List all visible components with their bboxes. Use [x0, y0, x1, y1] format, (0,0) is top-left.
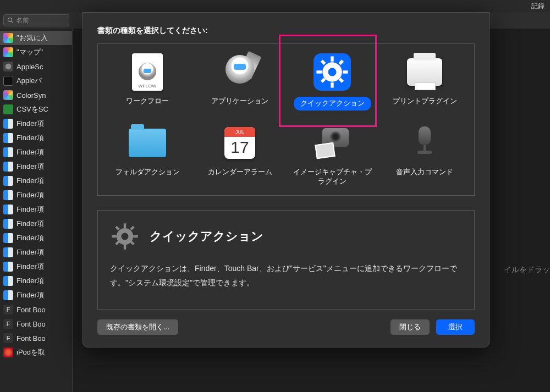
sidebar-item-icon — [3, 104, 13, 114]
type-label: カレンダーアラーム — [208, 168, 272, 177]
sidebar-item[interactable]: Finder項 — [0, 117, 72, 131]
type-label: イメージキャプチャ・プラグイン — [291, 168, 373, 186]
sidebar-item-icon — [3, 205, 13, 214]
sidebar-item-icon: F — [3, 319, 13, 329]
svg-rect-3 — [316, 70, 322, 73]
sidebar-item-icon: F — [3, 333, 13, 343]
menubar: 記録 — [0, 0, 550, 12]
sidebar-item[interactable]: Finder項 — [0, 174, 72, 188]
svg-point-19 — [122, 233, 129, 240]
sidebar-item[interactable]: Finder項 — [0, 202, 72, 217]
sidebar-item[interactable]: Finder項 — [0, 131, 72, 145]
sidebar-item-icon — [3, 262, 13, 272]
close-button[interactable]: 閉じる — [391, 319, 430, 335]
type-quickaction[interactable]: クイックアクション — [288, 53, 376, 111]
svg-rect-2 — [331, 82, 333, 88]
sidebar-item[interactable]: ColorSyn — [0, 88, 72, 102]
application-icon — [221, 53, 259, 91]
svg-rect-5 — [321, 60, 326, 65]
svg-rect-1 — [331, 56, 333, 62]
type-printplugin[interactable]: プリントプラグイン — [381, 53, 469, 111]
search-input[interactable]: 名前 — [3, 14, 69, 26]
svg-rect-7 — [339, 60, 344, 65]
sidebar-item-label: Appleパ — [16, 76, 42, 86]
sidebar-item[interactable]: iPodを取 — [0, 345, 72, 360]
sidebar: "お気に入"マップ"AppleScAppleパColorSynCSVをSCFin… — [0, 29, 73, 392]
type-label: プリントプラグイン — [393, 97, 457, 106]
sidebar-item[interactable]: FFont Boo — [0, 317, 72, 331]
sidebar-item-icon — [3, 62, 13, 71]
sidebar-item[interactable]: Finder項 — [0, 145, 72, 159]
sidebar-item-label: Finder項 — [16, 176, 44, 186]
sidebar-item[interactable]: Finder項 — [0, 159, 72, 174]
svg-rect-11 — [124, 223, 126, 228]
sidebar-item-label: iPodを取 — [16, 347, 45, 357]
sidebar-item-label: Font Boo — [16, 306, 46, 314]
sidebar-item[interactable]: Finder項 — [0, 245, 72, 260]
sidebar-item-label: Finder項 — [16, 290, 44, 300]
button-row: 既存の書類を開く... 閉じる 選択 — [97, 319, 475, 335]
sidebar-item-icon — [3, 76, 13, 86]
menu-record[interactable]: 記録 — [531, 2, 544, 11]
sidebar-item-label: AppleSc — [16, 63, 43, 71]
printplugin-icon — [405, 53, 444, 91]
folderaction-icon — [128, 124, 167, 162]
sidebar-item[interactable]: CSVをSC — [0, 102, 72, 117]
sidebar-item-label: Finder項 — [16, 276, 44, 286]
sidebar-item-label: Finder項 — [16, 119, 44, 129]
new-document-sheet: 書類の種類を選択してください: WFLOWワークフローアプリケーションクイックア… — [82, 12, 490, 347]
sidebar-item[interactable]: FFont Boo — [0, 302, 72, 317]
imagecapture-icon — [313, 124, 351, 162]
sidebar-item-label: Font Boo — [16, 320, 46, 328]
sidebar-item-label: ColorSyn — [16, 91, 46, 100]
type-workflow[interactable]: WFLOWワークフロー — [103, 53, 191, 111]
sidebar-item-label: Finder項 — [16, 147, 44, 157]
sidebar-item-icon — [3, 276, 13, 286]
description-title: クイックアクション — [150, 228, 263, 245]
choose-button[interactable]: 選択 — [436, 319, 475, 335]
sidebar-item-icon — [3, 219, 13, 229]
drag-hint: イルをドラッ — [504, 265, 550, 275]
quickaction-icon — [313, 53, 351, 91]
search-icon — [7, 17, 14, 24]
type-application[interactable]: アプリケーション — [196, 53, 284, 111]
sidebar-item-icon — [3, 290, 13, 300]
sidebar-item-icon — [3, 90, 13, 100]
sidebar-item[interactable]: Finder項 — [0, 231, 72, 245]
sidebar-item-label: Finder項 — [16, 247, 44, 257]
sidebar-item-icon — [3, 33, 13, 43]
type-folderaction[interactable]: フォルダアクション — [103, 124, 191, 186]
sidebar-item[interactable]: "お気に入 — [0, 31, 72, 45]
sidebar-item-icon — [3, 176, 13, 186]
type-grid-frame: WFLOWワークフローアプリケーションクイックアクションプリントプラグインフォル… — [97, 43, 475, 196]
sidebar-item[interactable]: Finder項 — [0, 260, 72, 274]
svg-point-9 — [328, 68, 337, 76]
sidebar-item-icon — [3, 133, 13, 143]
type-dictation[interactable]: 音声入力コマンド — [381, 124, 469, 186]
open-existing-button[interactable]: 既存の書類を開く... — [97, 319, 178, 335]
type-imagecapture[interactable]: イメージキャプチャ・プラグイン — [288, 124, 376, 186]
sidebar-item[interactable]: Finder項 — [0, 288, 72, 302]
sidebar-item-label: "お気に入 — [16, 33, 48, 43]
svg-rect-14 — [133, 235, 138, 238]
gear-icon — [110, 222, 140, 251]
sidebar-item-label: Finder項 — [16, 162, 44, 172]
sidebar-item[interactable]: Finder項 — [0, 274, 72, 288]
sidebar-item-label: CSVをSC — [16, 104, 48, 114]
sidebar-item[interactable]: Finder項 — [0, 188, 72, 202]
svg-rect-15 — [115, 225, 119, 230]
sidebar-item-label: Finder項 — [16, 205, 44, 214]
description-body: クイックアクションは、Finder、Touch Bar、および"サービス"メニュ… — [110, 261, 462, 290]
type-label: 音声入力コマンド — [396, 168, 453, 177]
type-calendaralarm[interactable]: JUL17カレンダーアラーム — [196, 124, 284, 186]
sidebar-item[interactable]: AppleSc — [0, 59, 72, 74]
svg-rect-12 — [124, 245, 126, 250]
sidebar-item[interactable]: "マップ" — [0, 45, 72, 59]
sidebar-item-icon: F — [3, 305, 13, 314]
sidebar-item-icon — [3, 190, 13, 200]
sidebar-item[interactable]: Appleパ — [0, 74, 72, 88]
search-placeholder: 名前 — [16, 16, 29, 25]
calendaralarm-icon: JUL17 — [221, 124, 259, 162]
sidebar-item[interactable]: Finder項 — [0, 217, 72, 231]
sidebar-item[interactable]: FFont Boo — [0, 331, 72, 345]
